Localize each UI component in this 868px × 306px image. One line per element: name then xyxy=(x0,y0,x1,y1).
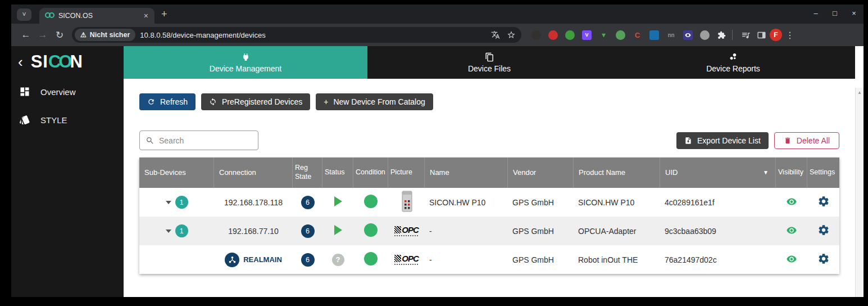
tab-label: Device Files xyxy=(468,64,511,73)
sidebar-collapse-icon[interactable]: ‹ xyxy=(16,55,25,69)
back-icon[interactable]: ← xyxy=(18,27,34,43)
nn-extension-icon[interactable]: nn xyxy=(666,30,676,40)
forward-icon[interactable]: → xyxy=(35,27,51,43)
tab-close-icon[interactable]: × xyxy=(142,11,150,20)
green-extension-icon[interactable] xyxy=(565,30,575,40)
profile-avatar[interactable]: F xyxy=(770,29,782,41)
settings-gear-icon[interactable] xyxy=(817,195,830,208)
search-box[interactable] xyxy=(139,130,258,150)
delete-all-button[interactable]: Delete All xyxy=(774,132,839,149)
status-running-icon[interactable] xyxy=(334,196,342,206)
table-row[interactable]: 1 192.168.77.10 6 OPC - GPS GmbH OPCUA-A… xyxy=(139,217,839,245)
col-reg-state[interactable]: Reg State xyxy=(293,158,322,188)
device-hub-icon xyxy=(225,253,239,267)
new-device-from-catalog-button[interactable]: + New Device From Catalog xyxy=(316,93,433,110)
product-name-cell: OPCUA-Adapter xyxy=(574,217,660,245)
bookmark-star-icon[interactable] xyxy=(506,29,517,40)
address-bar[interactable]: ⚠ Nicht sicher 10.8.0.58/device-manageme… xyxy=(72,27,521,43)
connection-cell: 192.168.178.118 xyxy=(214,188,293,217)
name-cell: SICON.HW P10 xyxy=(425,188,508,217)
app-area: ‹ SICON Overview STYLE Device Management xyxy=(11,46,864,297)
export-file-icon xyxy=(684,137,692,145)
vendor-cell: GPS GmbH xyxy=(508,188,574,217)
refresh-button[interactable]: Refresh xyxy=(139,93,196,110)
maximize-button[interactable]: □ xyxy=(825,4,844,21)
new-tab-button[interactable]: + xyxy=(161,8,167,20)
col-product-name[interactable]: Product Name xyxy=(574,158,660,188)
side-panel-icon[interactable] xyxy=(754,28,769,42)
name-cell: - xyxy=(425,217,508,245)
uid-cell: 4c0289161e1f xyxy=(660,188,776,217)
adblock-extension-icon[interactable] xyxy=(548,30,558,40)
reload-icon[interactable]: ↻ xyxy=(52,27,67,43)
plus-icon: + xyxy=(324,97,328,106)
col-visibility[interactable]: Visibility xyxy=(776,158,807,188)
col-settings[interactable]: Settings xyxy=(807,158,839,188)
chevron-extension-icon[interactable]: ▾ xyxy=(599,30,608,40)
expand-caret-icon[interactable] xyxy=(166,201,171,204)
tab-device-reports[interactable]: Device Reports xyxy=(611,46,855,79)
extensions-row: V ▾ C nn xyxy=(531,30,726,40)
col-vendor[interactable]: Vendor xyxy=(508,158,574,188)
browser-tab[interactable]: SICON.OS × xyxy=(39,8,154,24)
bubble-chart-icon xyxy=(729,52,738,62)
url-text[interactable]: 10.8.0.58/device-management/devices xyxy=(140,31,485,39)
sort-icon[interactable]: ▼ xyxy=(763,169,769,177)
browser-toolbar: ← → ↻ ⚠ Nicht sicher 10.8.0.58/device-ma… xyxy=(11,24,864,46)
col-uid[interactable]: UID▼ xyxy=(660,158,776,188)
col-connection[interactable]: Connection xyxy=(214,158,293,188)
col-picture[interactable]: Picture xyxy=(388,158,425,188)
media-controls-icon[interactable] xyxy=(738,28,753,42)
sidebar-item-style[interactable]: STYLE xyxy=(11,106,124,134)
expand-caret-icon[interactable] xyxy=(166,230,171,233)
sync-icon xyxy=(209,98,217,106)
scroll-up-icon[interactable]: ▲ xyxy=(857,90,862,95)
table-row[interactable]: 1 192.168.178.118 6 SICON.HW P10 GPS Gmb… xyxy=(139,188,839,217)
settings-gear-icon[interactable] xyxy=(817,253,830,265)
preregistered-devices-button[interactable]: PreRegistered Devices xyxy=(201,93,310,110)
browser-menu-icon[interactable]: ⋮ xyxy=(783,30,797,40)
extensions-puzzle-icon[interactable] xyxy=(717,30,726,40)
translate-icon[interactable] xyxy=(490,29,501,40)
col-name[interactable]: Name xyxy=(425,158,508,188)
eye-extension-icon[interactable] xyxy=(683,30,693,40)
security-chip[interactable]: ⚠ Nicht sicher xyxy=(75,29,135,41)
sidebar: ‹ SICON Overview STYLE xyxy=(11,46,124,297)
sub-device-name: REALMAIN xyxy=(243,255,282,264)
device-photo xyxy=(397,205,416,214)
minimize-button[interactable]: – xyxy=(806,4,825,21)
tab-label: Device Management xyxy=(210,64,281,73)
blue-extension-icon[interactable] xyxy=(649,30,659,40)
table-row-sub-device[interactable]: REALMAIN 6 ? OPC - GPS GmbH Robot inOut … xyxy=(139,245,839,274)
status-running-icon[interactable] xyxy=(334,225,342,235)
close-window-button[interactable]: × xyxy=(844,4,864,21)
dark-extension-icon[interactable] xyxy=(531,30,541,40)
tab-device-management[interactable]: Device Management xyxy=(124,46,367,79)
c-extension-icon[interactable]: C xyxy=(633,30,642,40)
condition-ok-icon xyxy=(364,223,378,237)
visibility-eye-icon[interactable] xyxy=(784,254,799,264)
sidebar-item-label: STYLE xyxy=(40,115,67,125)
status-unknown-icon: ? xyxy=(332,254,344,266)
tab-device-files[interactable]: Device Files xyxy=(367,46,611,79)
page-scrollbar[interactable]: ▲ xyxy=(855,88,864,297)
col-status[interactable]: Status xyxy=(322,158,353,188)
search-input[interactable] xyxy=(159,136,243,145)
file-copy-icon xyxy=(485,52,494,62)
visibility-eye-icon[interactable] xyxy=(784,196,799,207)
sidebar-item-overview[interactable]: Overview xyxy=(11,78,124,106)
condition-ok-icon xyxy=(364,252,378,266)
opc-ua-logo: OPC xyxy=(394,226,419,236)
module-tabs: Device Management Device Files Device Re… xyxy=(124,46,855,79)
visibility-eye-icon[interactable] xyxy=(784,225,799,236)
tab-search-button[interactable]: ˅ xyxy=(17,8,31,21)
shield-extension-icon[interactable] xyxy=(700,30,710,40)
v-extension-icon[interactable]: V xyxy=(582,30,592,40)
settings-gear-icon[interactable] xyxy=(817,224,830,236)
bug-extension-icon[interactable] xyxy=(616,30,625,40)
col-sub-devices[interactable]: Sub-Devices xyxy=(139,158,214,188)
export-device-list-button[interactable]: Export Device List xyxy=(676,132,769,149)
col-condition[interactable]: Condition xyxy=(353,158,388,188)
tab-label: Device Reports xyxy=(706,64,760,73)
product-name-cell: SICON.HW P10 xyxy=(574,188,660,217)
